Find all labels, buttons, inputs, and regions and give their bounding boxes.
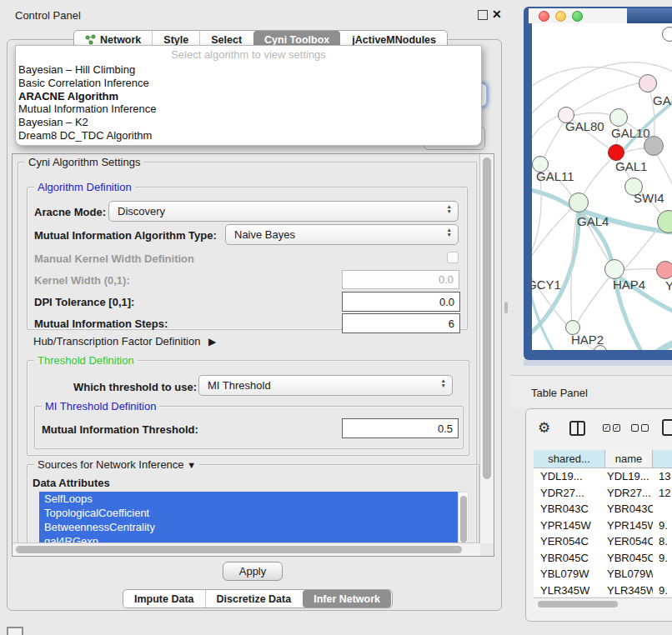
network-node-hap4[interactable] xyxy=(604,259,624,279)
mi-steps-field[interactable]: 6 xyxy=(342,313,460,333)
aracne-mode-label: Aracne Mode: xyxy=(34,206,106,218)
mi-type-combo[interactable]: Naive Bayes ▲▼ xyxy=(225,224,459,245)
dpi-tolerance-label: DPI Tolerance [0,1]: xyxy=(34,296,134,308)
node-label: Y xyxy=(665,278,672,292)
algorithm-option[interactable]: Basic Correlation Inference xyxy=(16,77,481,90)
network-node-gal4[interactable] xyxy=(569,192,589,212)
stepper-icon: ▲▼ xyxy=(447,204,452,214)
cyni-settings-group: Cyni Algorithm Settings Algorithm Defini… xyxy=(18,162,477,557)
node-label: HAP2 xyxy=(571,332,604,347)
zoom-window-icon[interactable] xyxy=(572,11,583,22)
algorithm-option[interactable]: Dream8 DC_TDC Algorithm xyxy=(16,129,481,142)
horizontal-scrollbar[interactable] xyxy=(13,542,480,556)
select-all-icon[interactable]: ✓✓ xyxy=(603,424,620,432)
node-label: GAL1 xyxy=(615,159,647,173)
list-scrollbar-thumb[interactable] xyxy=(460,496,467,542)
column-header-sharedname[interactable]: shared... xyxy=(534,450,605,468)
sources-group-title: Sources for Network Inference ▼ xyxy=(34,458,199,471)
table-row[interactable]: YLR345W YLR345W 9. xyxy=(534,582,672,598)
network-icon xyxy=(85,34,96,45)
control-panel-title: Control Panel xyxy=(15,9,81,22)
node-table: shared... name YDL19... YDL19... 13 YDR2… xyxy=(534,450,672,597)
mi-threshold-group: MI Threshold Definition Mutual Informati… xyxy=(34,406,464,449)
column-header-partial[interactable] xyxy=(653,450,672,468)
network-node[interactable] xyxy=(639,74,657,92)
tab-label: Infer Network xyxy=(313,593,380,605)
algorithm-option[interactable]: Mutual Information Inference xyxy=(16,102,481,116)
list-item[interactable]: BetweennessCentrality xyxy=(39,520,458,534)
mi-steps-value: 6 xyxy=(449,318,454,330)
tab-discretize-data[interactable]: Discretize Data xyxy=(205,590,303,608)
hub-definition-toggle[interactable]: Hub/Transcription Factor Definition ▶ xyxy=(33,335,216,348)
tab-label: Cyni Toolbox xyxy=(264,34,329,46)
table-panel-header: Table Panel xyxy=(510,375,672,408)
which-threshold-value: MI Threshold xyxy=(208,379,271,392)
table-row[interactable]: YBL079W YBL079W xyxy=(534,566,672,582)
table-horizontal-scrollbar[interactable] xyxy=(534,598,672,610)
aracne-mode-combo[interactable]: Discovery ▲▼ xyxy=(108,201,459,222)
deselect-all-icon[interactable] xyxy=(631,424,649,432)
table-row[interactable]: YDR27... YDR27... 12 xyxy=(534,485,672,502)
cell: YBR045C xyxy=(534,552,605,564)
kernel-width-field[interactable]: 0.0 xyxy=(342,270,459,289)
mi-type-value: Naive Bayes xyxy=(234,228,295,241)
gear-icon[interactable]: ⚙ xyxy=(538,419,550,437)
mi-threshold-field[interactable]: 0.5 xyxy=(342,418,459,438)
minimize-window-icon[interactable] xyxy=(555,11,566,22)
network-node[interactable] xyxy=(662,27,672,42)
aracne-mode-value: Discovery xyxy=(118,205,165,218)
vertical-scrollbar-thumb[interactable] xyxy=(483,158,491,479)
table-row[interactable]: YPR145W YPR145W 9. xyxy=(534,518,672,534)
table-row[interactable]: YBR045C YBR045C 9. xyxy=(534,550,672,567)
collapsed-panel-icon[interactable] xyxy=(7,627,23,635)
network-node-gal10[interactable] xyxy=(609,108,628,127)
cell: YDL19... xyxy=(534,470,605,482)
manual-kernel-checkbox[interactable] xyxy=(447,252,459,263)
cell: YBL079W xyxy=(534,568,605,580)
horizontal-scrollbar-thumb[interactable] xyxy=(16,546,462,553)
list-item[interactable]: SelfLoops xyxy=(39,492,458,506)
tab-label: Impute Data xyxy=(134,593,194,605)
tab-label: Select xyxy=(211,34,242,46)
list-item[interactable]: TopologicalCoefficient xyxy=(39,506,458,520)
split-panel-icon[interactable] xyxy=(569,421,585,436)
mi-type-label: Mutual Information Algorithm Type: xyxy=(34,229,217,242)
float-panel-icon[interactable] xyxy=(478,10,488,20)
table-horizontal-scrollbar-thumb[interactable] xyxy=(538,601,618,608)
close-window-icon[interactable] xyxy=(539,11,549,22)
cell: YDR27... xyxy=(534,487,605,499)
algorithm-option[interactable]: Bayesian – K2 xyxy=(16,116,481,129)
mi-steps-label: Mutual Information Steps: xyxy=(34,318,168,330)
bottom-tabbar: Impute Data Discretize Data Infer Networ… xyxy=(123,589,393,608)
algorithm-option[interactable]: Bayesian – Hill Climbing xyxy=(16,63,481,77)
table-row[interactable]: YDL19... YDL19... 13 xyxy=(534,468,672,485)
table-row[interactable]: YBR043C YBR043C xyxy=(534,501,672,518)
mi-threshold-group-title: MI Threshold Definition xyxy=(42,400,159,412)
tab-impute-data[interactable]: Impute Data xyxy=(123,590,205,608)
network-canvas[interactable]: GAL GAL80 GAL10 GAL1 GAL11 SWI4 GAL4 GCY… xyxy=(532,23,672,350)
apply-button[interactable]: Apply xyxy=(223,562,283,581)
node-label: GCY1 xyxy=(532,278,561,292)
apply-button-label: Apply xyxy=(239,565,267,578)
splitter-handle[interactable] xyxy=(504,302,508,313)
tab-label: Discretize Data xyxy=(217,593,292,605)
node-label: GAL11 xyxy=(536,169,574,183)
dpi-tolerance-field[interactable]: 0.0 xyxy=(342,292,460,312)
close-panel-icon[interactable]: ✕ xyxy=(492,8,502,20)
expanded-arrow-icon[interactable]: ▼ xyxy=(187,460,196,470)
tab-label: jActiveMNodules xyxy=(352,34,436,46)
network-node-gal1-selected[interactable] xyxy=(608,144,624,161)
cell: 8. xyxy=(653,535,672,548)
cell: 9. xyxy=(653,584,672,597)
network-window: GAL GAL80 GAL10 GAL1 GAL11 SWI4 GAL4 GCY… xyxy=(524,7,672,360)
algorithm-option-highlighted[interactable]: ARACNE Algorithm xyxy=(16,90,481,103)
which-threshold-combo[interactable]: MI Threshold ▲▼ xyxy=(198,375,453,396)
vertical-scrollbar[interactable] xyxy=(479,154,494,543)
network-node[interactable] xyxy=(656,261,672,279)
tab-infer-network[interactable]: Infer Network xyxy=(303,590,391,608)
partial-toolbar-icon[interactable] xyxy=(662,419,672,436)
node-label: SWI4 xyxy=(634,191,664,205)
dpi-tolerance-value: 0.0 xyxy=(439,296,454,308)
table-row[interactable]: YER054C YER054C 8. xyxy=(534,533,672,550)
column-header-name[interactable]: name xyxy=(605,450,653,468)
